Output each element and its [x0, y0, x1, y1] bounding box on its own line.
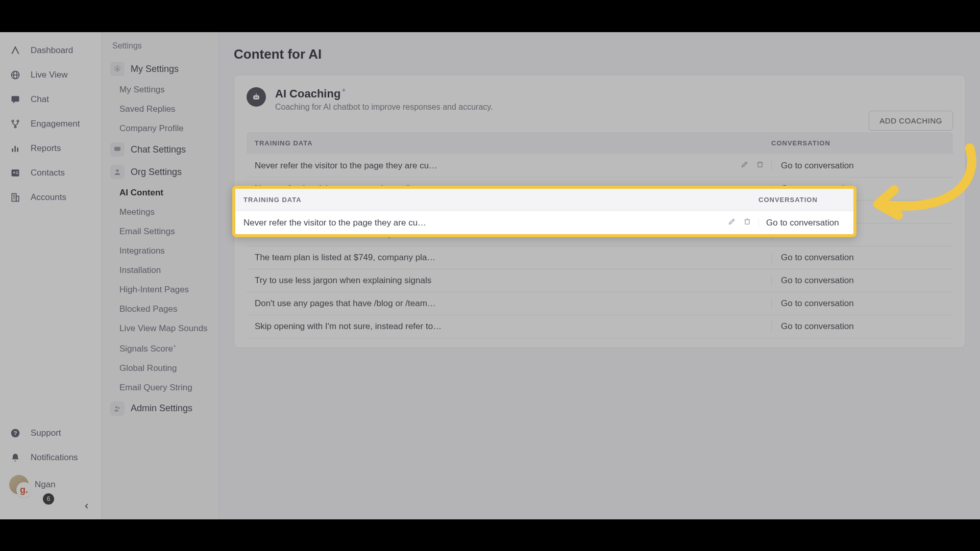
nav-accounts[interactable]: Accounts	[0, 185, 102, 210]
svg-text:?: ?	[13, 430, 17, 436]
svg-point-10	[13, 172, 15, 173]
user-block[interactable]: g. Ngan 6	[0, 470, 102, 502]
section-label: Org Settings	[131, 167, 182, 178]
nav-label: Contacts	[31, 168, 65, 178]
table-row: Never refer the visitor to a page that r…	[247, 178, 953, 201]
building-icon	[9, 191, 21, 204]
table-row: Don't use any pages that have /blog or /…	[247, 292, 953, 315]
edit-icon[interactable]	[741, 160, 749, 171]
add-coaching-button[interactable]: ADD COACHING	[869, 111, 953, 131]
table-row: When someone asks about events, tell the…	[247, 223, 953, 246]
avatar-badge: g.	[17, 483, 31, 496]
settings-title: Settings	[107, 41, 214, 58]
nav-label: Chat	[31, 94, 49, 105]
section-admin-settings[interactable]: Admin Settings	[107, 397, 214, 420]
sub-meetings[interactable]: Meetings	[107, 203, 214, 222]
go-to-conversation-link[interactable]: Go to conversation	[771, 321, 945, 332]
go-to-conversation-link[interactable]: Go to conversation	[771, 207, 945, 217]
svg-point-5	[14, 126, 16, 128]
coaching-table: TRAINING DATA CONVERSATION Never refer t…	[247, 132, 953, 338]
table-row: Try to use less jargon when explaining s…	[247, 269, 953, 292]
nav-live-view[interactable]: Live View	[0, 63, 102, 87]
svg-point-20	[115, 406, 117, 408]
section-label: Chat Settings	[131, 144, 186, 155]
sub-global-routing[interactable]: Global Routing	[107, 359, 214, 378]
training-text: The team plan is listed at $749, company…	[255, 253, 435, 263]
user-name: Ngan	[35, 480, 56, 490]
sub-integrations[interactable]: Integrations	[107, 241, 214, 261]
sub-installation[interactable]: Installation	[107, 261, 214, 280]
svg-rect-7	[14, 146, 16, 152]
sub-saved-replies[interactable]: Saved Replies	[107, 99, 214, 119]
delete-icon[interactable]	[756, 160, 764, 171]
table-row: Never refer the visitor to the page they…	[247, 154, 953, 178]
svg-point-23	[255, 97, 256, 98]
user-card-icon	[9, 167, 21, 179]
nav-reports[interactable]: Reports	[0, 136, 102, 161]
sub-email-query[interactable]: Email Query String	[107, 378, 214, 397]
training-text: Never refer the visitor to the page they…	[255, 161, 437, 171]
chat-settings-icon	[110, 142, 125, 157]
training-text: Don't use any pages that have /blog or /…	[255, 298, 436, 309]
training-text: Never refer the visitor to a page that r…	[255, 184, 437, 194]
table-header: TRAINING DATA CONVERSATION	[247, 132, 953, 154]
section-org-settings[interactable]: Org Settings	[107, 161, 214, 183]
go-to-conversation-link[interactable]: Go to conversation	[771, 298, 945, 309]
sub-signals-score[interactable]: Signals Score+	[107, 338, 214, 359]
svg-rect-22	[253, 95, 259, 99]
svg-rect-12	[16, 173, 18, 174]
nav-label: Engagement	[31, 119, 80, 129]
page-title: Content for AI	[234, 46, 966, 62]
nav-engagement[interactable]: Engagement	[0, 112, 102, 136]
user-count-badge: 6	[43, 493, 54, 505]
training-text: Skip opening with I'm not sure, instead …	[255, 321, 442, 332]
sub-high-intent[interactable]: High-Intent Pages	[107, 280, 214, 299]
nav-label: Accounts	[31, 192, 66, 203]
training-text: Try to use less jargon when explaining s…	[255, 276, 431, 286]
th-conversation: CONVERSATION	[771, 139, 945, 147]
sidebar-primary: Dashboard Live View Chat Engagement Repo…	[0, 32, 102, 519]
sub-map-sounds[interactable]: Live View Map Sounds	[107, 319, 214, 338]
section-chat-settings[interactable]: Chat Settings	[107, 138, 214, 161]
go-to-conversation-link[interactable]: Go to conversation	[771, 161, 945, 171]
table-row: Don't send them to the webinar page in t…	[247, 201, 953, 223]
go-to-conversation-link[interactable]: Go to conversation	[771, 230, 945, 240]
svg-rect-18	[114, 147, 120, 151]
app-shell: Dashboard Live View Chat Engagement Repo…	[0, 32, 980, 519]
svg-rect-6	[12, 148, 13, 152]
nav-chat[interactable]: Chat	[0, 87, 102, 112]
section-label: Admin Settings	[131, 403, 192, 414]
svg-point-4	[17, 120, 18, 122]
nav-support[interactable]: ? Support	[0, 421, 102, 445]
collapse-sidebar-button[interactable]	[0, 502, 102, 519]
svg-rect-26	[758, 163, 762, 167]
nav-label: Dashboard	[31, 45, 73, 56]
sub-email-settings[interactable]: Email Settings	[107, 222, 214, 241]
logo-item[interactable]: Dashboard	[0, 38, 102, 63]
sub-ai-content[interactable]: AI Content	[107, 183, 214, 203]
training-text: Don't send them to the webinar page in t…	[255, 207, 438, 217]
chat-icon	[9, 93, 21, 106]
bar-chart-icon	[9, 142, 21, 155]
svg-point-19	[116, 169, 118, 172]
table-row: Skip opening with I'm not sure, instead …	[247, 315, 953, 338]
sidebar-settings: Settings My Settings My Settings Saved R…	[102, 32, 219, 519]
nav-label: Notifications	[31, 453, 78, 463]
org-icon	[110, 165, 125, 179]
help-icon: ?	[9, 427, 21, 439]
svg-rect-9	[12, 169, 19, 176]
go-to-conversation-link[interactable]: Go to conversation	[771, 276, 945, 286]
sub-my-settings[interactable]: My Settings	[107, 80, 214, 99]
nav-notifications[interactable]: Notifications	[0, 445, 102, 470]
sub-blocked-pages[interactable]: Blocked Pages	[107, 299, 214, 319]
sub-company-profile[interactable]: Company Profile	[107, 119, 214, 138]
nav-label: Reports	[31, 143, 61, 154]
nav-contacts[interactable]: Contacts	[0, 161, 102, 185]
logo-icon	[9, 44, 21, 57]
go-to-conversation-link[interactable]: Go to conversation	[771, 184, 945, 194]
admin-icon	[110, 402, 125, 416]
go-to-conversation-link[interactable]: Go to conversation	[771, 253, 945, 263]
svg-point-24	[257, 97, 258, 98]
nav-label: Live View	[31, 70, 67, 80]
section-my-settings[interactable]: My Settings	[107, 58, 214, 80]
